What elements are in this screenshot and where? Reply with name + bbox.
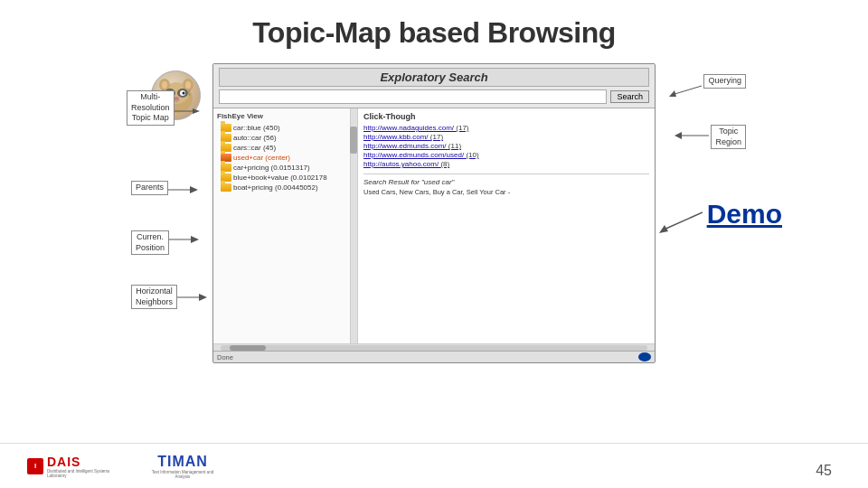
svg-marker-20 xyxy=(190,186,198,193)
result-link-2[interactable]: http://www.kbb.com/ (17) xyxy=(363,133,649,141)
search-input[interactable] xyxy=(219,89,607,104)
page-number: 45 xyxy=(816,463,832,479)
scrollbar-thumb[interactable] xyxy=(350,127,357,154)
svg-marker-26 xyxy=(659,225,668,233)
tree-item: blue+book+value (0.0102178 xyxy=(217,174,354,182)
svg-marker-24 xyxy=(199,294,207,301)
tree-item-label: auto::car (56) xyxy=(233,134,277,142)
label-parents: Parents xyxy=(131,181,168,195)
label-horizontal-neighbors: HorizontalNeighbors xyxy=(131,285,177,309)
topic-region-text: TopicRegion xyxy=(715,127,741,147)
browser-status-bar: Done xyxy=(213,351,655,362)
result-link-4[interactable]: http://www.edmunds.com/used/ (10) xyxy=(363,151,649,159)
svg-point-4 xyxy=(162,81,167,89)
search-result-content: Used Cars, New Cars, Buy a Car, Sell You… xyxy=(363,188,510,196)
dais-icon-text: I xyxy=(34,462,36,470)
arrow-multi xyxy=(175,107,202,116)
slide-container: Topic-Map based Browsing xyxy=(0,0,868,488)
scrollbar-h-thumb[interactable] xyxy=(230,345,266,351)
svg-line-15 xyxy=(672,86,702,95)
tree-item-label: car+pricing (0.0151317) xyxy=(233,164,310,172)
arrow-current xyxy=(169,234,201,245)
svg-point-5 xyxy=(185,81,191,89)
scrollbar-h-track xyxy=(221,345,647,351)
timan-text: TIMAN xyxy=(157,454,208,470)
fisheye-label: FishEye View xyxy=(217,112,354,120)
slide-title: Topic-Map based Browsing xyxy=(0,0,868,59)
tree-item: boat+pricing (0.00445052) xyxy=(217,183,354,192)
svg-point-11 xyxy=(182,91,184,94)
arrow-parents xyxy=(168,184,200,195)
logos-area: I DAIS Distributed and Intelligent Syste… xyxy=(27,454,219,479)
label-multi-resolution: Multi-ResolutionTopic Map xyxy=(127,90,175,126)
querying-box: Querying xyxy=(703,74,746,89)
results-panel: Click-Though http://www.nadaguides.com/ … xyxy=(358,108,655,343)
horizontal-neighbors-text: HorizontalNeighbors xyxy=(136,286,173,307)
click-through-title: Click-Though xyxy=(363,112,649,121)
svg-marker-22 xyxy=(191,236,199,243)
parents-box: Parents xyxy=(131,181,168,195)
querying-text: Querying xyxy=(708,76,741,85)
horizontal-scrollbar[interactable] xyxy=(213,343,655,351)
demo-link-area[interactable]: Demo xyxy=(707,199,782,230)
arrow-demo xyxy=(657,203,703,239)
dais-text-area: DAIS Distributed and Intelligent Systems… xyxy=(47,455,128,478)
vertical-scrollbar[interactable] xyxy=(350,108,357,343)
tree-item-label: blue+book+value (0.0102178 xyxy=(233,174,327,182)
svg-marker-18 xyxy=(675,132,682,139)
main-diagram-area: Multi-ResolutionTopic Map Querying xyxy=(0,63,868,363)
arrow-horizontal xyxy=(177,288,209,306)
search-row: Search xyxy=(219,89,649,104)
bottom-bar: I DAIS Distributed and Intelligent Syste… xyxy=(0,443,868,488)
svg-line-25 xyxy=(662,212,703,230)
diagram-inner: Multi-ResolutionTopic Map Querying xyxy=(212,63,656,363)
label-querying: Querying xyxy=(703,74,746,89)
current-position-box: Curren.Position xyxy=(131,230,169,255)
arrow-topic xyxy=(675,128,711,143)
dais-text: DAIS xyxy=(47,455,128,469)
browser-header: Exploratory Search Search xyxy=(213,64,655,108)
ie-logo xyxy=(638,352,651,361)
demo-link[interactable]: Demo xyxy=(707,199,782,229)
status-text: Done xyxy=(217,353,233,361)
current-position-text: Curren.Position xyxy=(136,232,165,253)
svg-marker-14 xyxy=(193,108,200,114)
browser-title: Exploratory Search xyxy=(219,68,649,87)
topic-region-box: TopicRegion xyxy=(711,125,746,149)
tree-item: car::blue (450) xyxy=(217,124,354,132)
arrow-querying xyxy=(667,81,703,108)
timan-logo: TIMAN Text Information Management and An… xyxy=(146,454,219,479)
label-current-position: Curren.Position xyxy=(131,230,169,255)
tree-item-highlight: used+car (center) xyxy=(217,154,354,162)
tree-item-label: car::blue (450) xyxy=(233,124,280,132)
folder-icon xyxy=(221,183,231,192)
horizontal-neighbors-box: HorizontalNeighbors xyxy=(131,285,177,309)
timan-sub: Text Information Management and Analysis xyxy=(146,470,219,479)
search-result-label-text: Search Result for "used car" xyxy=(363,178,454,186)
result-link-5[interactable]: http://autos.yahoo.com/ (8) xyxy=(363,160,649,168)
tree-item-label-highlight: used+car (center) xyxy=(233,154,290,162)
result-link-3[interactable]: http://www.edmunds.com/ (11) xyxy=(363,142,649,150)
tree-item: car+pricing (0.0151317) xyxy=(217,164,354,172)
dais-icon: I xyxy=(27,458,43,474)
tree-item-label: boat+pricing (0.00445052) xyxy=(233,183,318,192)
multi-resolution-box: Multi-ResolutionTopic Map xyxy=(127,90,175,126)
browser-window: Exploratory Search Search FishEye View xyxy=(212,63,656,363)
dais-logo: I DAIS Distributed and Intelligent Syste… xyxy=(27,455,128,478)
tree-item: auto::car (56) xyxy=(217,134,354,142)
label-topic-region: TopicRegion xyxy=(711,125,746,149)
search-button[interactable]: Search xyxy=(610,90,649,103)
result-link-1[interactable]: http://www.nadaguides.com/ (17) xyxy=(363,124,649,132)
search-result-label: Search Result for "used car" xyxy=(363,178,649,186)
search-result-section: Search Result for "used car" Used Cars, … xyxy=(363,174,649,197)
browser-body: FishEye View car::blue (450) auto::car (… xyxy=(213,108,655,343)
tree-item-label: cars::car (45) xyxy=(233,144,276,152)
svg-marker-16 xyxy=(669,90,676,97)
search-result-text: Used Cars, New Cars, Buy a Car, Sell You… xyxy=(363,188,649,197)
fisheye-panel: FishEye View car::blue (450) auto::car (… xyxy=(213,108,358,343)
dais-sub: Distributed and Intelligent Systems Labo… xyxy=(47,469,128,478)
multi-resolution-text: Multi-ResolutionTopic Map xyxy=(131,92,170,124)
parents-text: Parents xyxy=(136,183,164,192)
tree-item: cars::car (45) xyxy=(217,144,354,152)
